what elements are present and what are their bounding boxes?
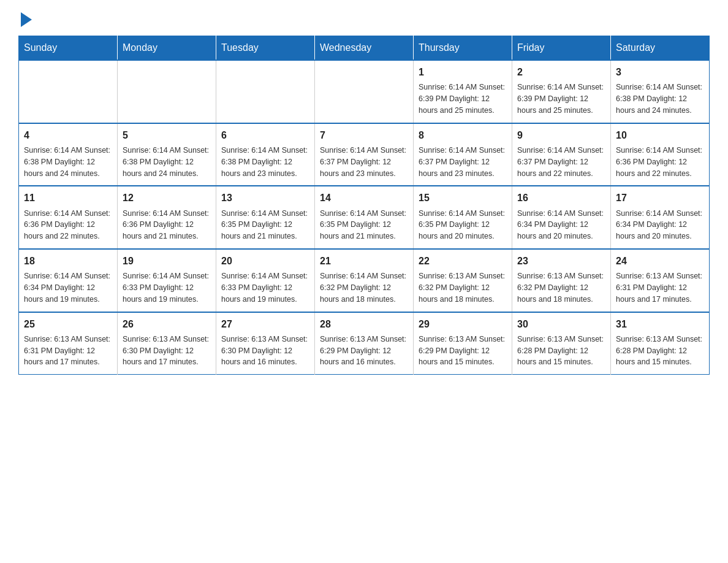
- day-info: Sunrise: 6:14 AM Sunset: 6:39 PM Dayligh…: [419, 82, 507, 116]
- calendar-cell: 25Sunrise: 6:13 AM Sunset: 6:31 PM Dayli…: [19, 312, 118, 375]
- day-number: 2: [517, 66, 605, 79]
- calendar-cell: 17Sunrise: 6:14 AM Sunset: 6:34 PM Dayli…: [611, 186, 710, 249]
- day-info: Sunrise: 6:14 AM Sunset: 6:33 PM Dayligh…: [123, 270, 211, 305]
- weekday-header-thursday: Thursday: [414, 36, 512, 61]
- calendar-table: SundayMondayTuesdayWednesdayThursdayFrid…: [18, 36, 710, 375]
- day-info: Sunrise: 6:13 AM Sunset: 6:30 PM Dayligh…: [123, 334, 211, 368]
- calendar-cell: [19, 60, 118, 123]
- calendar-cell: 12Sunrise: 6:14 AM Sunset: 6:36 PM Dayli…: [118, 186, 216, 249]
- day-info: Sunrise: 6:13 AM Sunset: 6:29 PM Dayligh…: [320, 334, 408, 368]
- day-info: Sunrise: 6:13 AM Sunset: 6:28 PM Dayligh…: [517, 334, 605, 368]
- day-info: Sunrise: 6:13 AM Sunset: 6:32 PM Dayligh…: [517, 270, 605, 305]
- day-number: 21: [320, 255, 408, 268]
- day-number: 16: [517, 191, 605, 205]
- day-number: 1: [419, 66, 507, 79]
- calendar-cell: 2Sunrise: 6:14 AM Sunset: 6:39 PM Daylig…: [512, 60, 611, 123]
- day-info: Sunrise: 6:14 AM Sunset: 6:38 PM Dayligh…: [616, 82, 704, 116]
- weekday-header-monday: Monday: [118, 36, 216, 61]
- day-info: Sunrise: 6:14 AM Sunset: 6:33 PM Dayligh…: [221, 270, 309, 305]
- day-number: 6: [221, 129, 309, 142]
- day-number: 22: [419, 255, 507, 268]
- weekday-header-row: SundayMondayTuesdayWednesdayThursdayFrid…: [19, 36, 710, 61]
- day-number: 3: [616, 66, 704, 79]
- page-header: [18, 12, 710, 25]
- calendar-cell: 28Sunrise: 6:13 AM Sunset: 6:29 PM Dayli…: [315, 312, 414, 375]
- day-number: 25: [24, 318, 112, 331]
- day-number: 10: [616, 129, 704, 142]
- day-info: Sunrise: 6:14 AM Sunset: 6:38 PM Dayligh…: [123, 145, 211, 179]
- calendar-cell: 14Sunrise: 6:14 AM Sunset: 6:35 PM Dayli…: [315, 186, 414, 249]
- day-number: 13: [221, 191, 309, 205]
- calendar-cell: 3Sunrise: 6:14 AM Sunset: 6:38 PM Daylig…: [611, 60, 710, 123]
- calendar-cell: 11Sunrise: 6:14 AM Sunset: 6:36 PM Dayli…: [19, 186, 118, 249]
- day-info: Sunrise: 6:13 AM Sunset: 6:29 PM Dayligh…: [419, 334, 507, 368]
- calendar-cell: 26Sunrise: 6:13 AM Sunset: 6:30 PM Dayli…: [118, 312, 216, 375]
- calendar-cell: 4Sunrise: 6:14 AM Sunset: 6:38 PM Daylig…: [19, 123, 118, 186]
- day-number: 12: [123, 191, 211, 205]
- calendar-cell: 13Sunrise: 6:14 AM Sunset: 6:35 PM Dayli…: [216, 186, 315, 249]
- calendar-cell: 16Sunrise: 6:14 AM Sunset: 6:34 PM Dayli…: [512, 186, 611, 249]
- day-info: Sunrise: 6:14 AM Sunset: 6:35 PM Dayligh…: [320, 208, 408, 242]
- day-info: Sunrise: 6:14 AM Sunset: 6:37 PM Dayligh…: [419, 145, 507, 179]
- calendar-cell: 27Sunrise: 6:13 AM Sunset: 6:30 PM Dayli…: [216, 312, 315, 375]
- calendar-cell: 6Sunrise: 6:14 AM Sunset: 6:38 PM Daylig…: [216, 123, 315, 186]
- calendar-cell: 21Sunrise: 6:14 AM Sunset: 6:32 PM Dayli…: [315, 249, 414, 312]
- day-info: Sunrise: 6:14 AM Sunset: 6:36 PM Dayligh…: [123, 208, 211, 242]
- day-number: 19: [123, 255, 211, 268]
- day-info: Sunrise: 6:14 AM Sunset: 6:36 PM Dayligh…: [616, 145, 704, 179]
- calendar-week-row: 25Sunrise: 6:13 AM Sunset: 6:31 PM Dayli…: [19, 312, 710, 375]
- day-number: 23: [517, 255, 605, 268]
- calendar-cell: 30Sunrise: 6:13 AM Sunset: 6:28 PM Dayli…: [512, 312, 611, 375]
- calendar-cell: 10Sunrise: 6:14 AM Sunset: 6:36 PM Dayli…: [611, 123, 710, 186]
- calendar-cell: 29Sunrise: 6:13 AM Sunset: 6:29 PM Dayli…: [414, 312, 512, 375]
- day-info: Sunrise: 6:14 AM Sunset: 6:36 PM Dayligh…: [24, 208, 112, 242]
- weekday-header-saturday: Saturday: [611, 36, 710, 61]
- calendar-week-row: 1Sunrise: 6:14 AM Sunset: 6:39 PM Daylig…: [19, 60, 710, 123]
- calendar-cell: 9Sunrise: 6:14 AM Sunset: 6:37 PM Daylig…: [512, 123, 611, 186]
- logo-arrow-icon: [21, 12, 32, 27]
- day-number: 30: [517, 318, 605, 331]
- day-info: Sunrise: 6:14 AM Sunset: 6:32 PM Dayligh…: [320, 270, 408, 305]
- calendar-cell: 24Sunrise: 6:13 AM Sunset: 6:31 PM Dayli…: [611, 249, 710, 312]
- calendar-header: SundayMondayTuesdayWednesdayThursdayFrid…: [19, 36, 710, 61]
- day-number: 8: [419, 129, 507, 142]
- day-number: 20: [221, 255, 309, 268]
- day-number: 15: [419, 191, 507, 205]
- day-info: Sunrise: 6:13 AM Sunset: 6:31 PM Dayligh…: [24, 334, 112, 368]
- day-info: Sunrise: 6:14 AM Sunset: 6:37 PM Dayligh…: [320, 145, 408, 179]
- calendar-cell: 1Sunrise: 6:14 AM Sunset: 6:39 PM Daylig…: [414, 60, 512, 123]
- day-number: 18: [24, 255, 112, 268]
- day-number: 17: [616, 191, 704, 205]
- calendar-week-row: 11Sunrise: 6:14 AM Sunset: 6:36 PM Dayli…: [19, 186, 710, 249]
- calendar-body: 1Sunrise: 6:14 AM Sunset: 6:39 PM Daylig…: [19, 60, 710, 375]
- day-number: 11: [24, 191, 112, 205]
- day-number: 14: [320, 191, 408, 205]
- calendar-cell: 15Sunrise: 6:14 AM Sunset: 6:35 PM Dayli…: [414, 186, 512, 249]
- day-info: Sunrise: 6:14 AM Sunset: 6:35 PM Dayligh…: [419, 208, 507, 242]
- calendar-cell: 18Sunrise: 6:14 AM Sunset: 6:34 PM Dayli…: [19, 249, 118, 312]
- day-info: Sunrise: 6:14 AM Sunset: 6:34 PM Dayligh…: [517, 208, 605, 242]
- weekday-header-friday: Friday: [512, 36, 611, 61]
- day-info: Sunrise: 6:13 AM Sunset: 6:28 PM Dayligh…: [616, 334, 704, 368]
- day-info: Sunrise: 6:13 AM Sunset: 6:30 PM Dayligh…: [221, 334, 309, 368]
- day-info: Sunrise: 6:14 AM Sunset: 6:39 PM Dayligh…: [517, 82, 605, 116]
- calendar-cell: 31Sunrise: 6:13 AM Sunset: 6:28 PM Dayli…: [611, 312, 710, 375]
- day-number: 27: [221, 318, 309, 331]
- calendar-cell: 22Sunrise: 6:13 AM Sunset: 6:32 PM Dayli…: [414, 249, 512, 312]
- day-info: Sunrise: 6:14 AM Sunset: 6:38 PM Dayligh…: [24, 145, 112, 179]
- calendar-week-row: 18Sunrise: 6:14 AM Sunset: 6:34 PM Dayli…: [19, 249, 710, 312]
- weekday-header-wednesday: Wednesday: [315, 36, 414, 61]
- weekday-header-tuesday: Tuesday: [216, 36, 315, 61]
- calendar-cell: 8Sunrise: 6:14 AM Sunset: 6:37 PM Daylig…: [414, 123, 512, 186]
- day-number: 7: [320, 129, 408, 142]
- day-number: 28: [320, 318, 408, 331]
- day-info: Sunrise: 6:13 AM Sunset: 6:31 PM Dayligh…: [616, 270, 704, 305]
- day-number: 26: [123, 318, 211, 331]
- calendar-cell: 5Sunrise: 6:14 AM Sunset: 6:38 PM Daylig…: [118, 123, 216, 186]
- day-info: Sunrise: 6:14 AM Sunset: 6:37 PM Dayligh…: [517, 145, 605, 179]
- day-number: 4: [24, 129, 112, 142]
- calendar-week-row: 4Sunrise: 6:14 AM Sunset: 6:38 PM Daylig…: [19, 123, 710, 186]
- calendar-cell: 19Sunrise: 6:14 AM Sunset: 6:33 PM Dayli…: [118, 249, 216, 312]
- day-number: 24: [616, 255, 704, 268]
- day-info: Sunrise: 6:13 AM Sunset: 6:32 PM Dayligh…: [419, 270, 507, 305]
